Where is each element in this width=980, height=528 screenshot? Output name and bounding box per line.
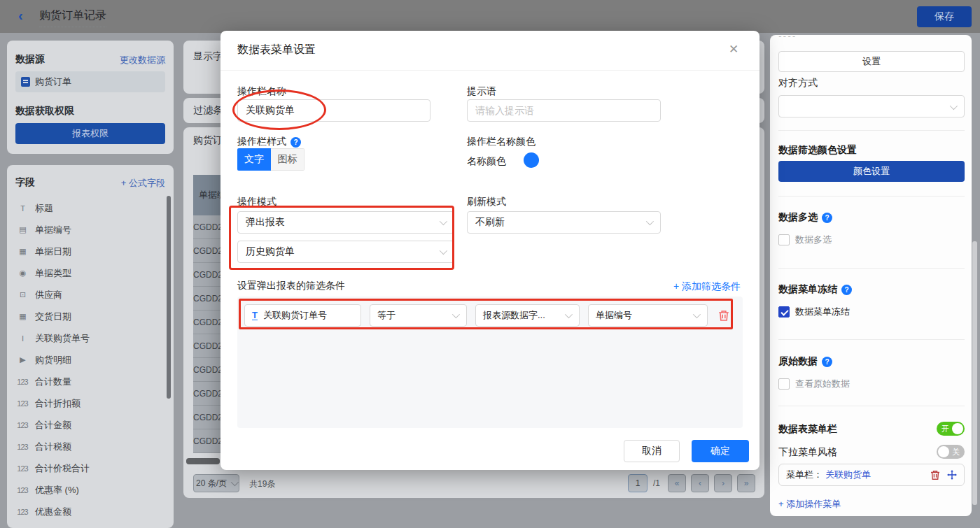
horizontal-scrollbar[interactable] [186, 458, 220, 464]
back-icon[interactable]: ‹ [18, 8, 23, 24]
prev-page-button[interactable]: ‹ [691, 474, 709, 492]
help-icon[interactable]: ? [822, 357, 832, 367]
filter-field-box[interactable]: T 关联购货订单号 [244, 304, 361, 327]
freeze-checkbox[interactable]: 数据菜单冻结 [778, 306, 850, 318]
checkbox-checked-icon [778, 306, 790, 317]
last-page-button[interactable]: » [737, 474, 755, 492]
op-mode-report-select[interactable]: 历史购货单 [237, 241, 454, 263]
close-icon[interactable]: ✕ [729, 42, 738, 57]
add-menu-link[interactable]: + 添加操作菜单 [778, 498, 841, 511]
field-item[interactable]: 123合计价税合计 [15, 457, 162, 479]
dropdown-style-label: 下拉菜单风格 [778, 446, 837, 459]
number-123-icon: 123 [15, 508, 29, 516]
divider [778, 268, 965, 269]
tab-icon-style[interactable]: 图标 [271, 148, 304, 171]
number-123-icon: 123 [15, 421, 29, 429]
align-label: 对齐方式 [778, 77, 818, 90]
delete-filter-icon[interactable] [718, 310, 729, 322]
first-page-button[interactable]: « [668, 474, 686, 492]
datasource-item-label: 购货订单 [35, 76, 71, 88]
page-number-input[interactable]: 1 [628, 474, 648, 492]
data-permission-heading: 数据获取权限 [15, 105, 74, 117]
action-name-input[interactable] [237, 99, 430, 122]
change-datasource-link[interactable]: 更改数据源 [120, 54, 165, 66]
field-item[interactable]: ▦交货日期 [15, 306, 162, 327]
right-scrollbar[interactable] [972, 241, 977, 505]
text-field-icon: T [15, 204, 29, 213]
align-select[interactable] [778, 95, 965, 117]
field-item-expandable[interactable]: ▶购货明细 [15, 349, 162, 371]
field-item[interactable]: 123合计税额 [15, 436, 162, 457]
field-item[interactable]: ▦单据日期 [15, 241, 162, 262]
fields-scrollbar[interactable] [167, 196, 171, 399]
multi-select-checkbox[interactable]: 数据多选 [778, 234, 832, 246]
app-root: ‹ 购货订单记录 保存 数据源 更改数据源 购货订单 数据获取权限 报表权限 字… [0, 0, 980, 528]
radio-icon: ◉ [15, 269, 29, 278]
tab-text-style[interactable]: 文字 [237, 148, 271, 171]
fields-panel: 字段 + 公式字段 T标题 ▤单据编号 ▦单据日期 ◉单据类型 ⊡供应商 ▦交货… [7, 165, 174, 528]
action-name-label: 操作栏名称 [237, 85, 286, 98]
chevron-down-icon [440, 247, 447, 255]
menu-item-prefix: 菜单栏： [786, 469, 822, 481]
field-item[interactable]: ◉单据类型 [15, 262, 162, 284]
refresh-mode-select[interactable]: 不刷新 [467, 211, 661, 234]
tip-label: 提示语 [467, 85, 496, 98]
color-settings-button[interactable]: 颜色设置 [778, 161, 965, 182]
op-mode-select[interactable]: 弹出报表 [237, 211, 454, 234]
clipped-label: ▪▪▪▪ [778, 36, 818, 41]
page-size-select[interactable]: 20 条/页 [193, 474, 239, 492]
add-filter-link[interactable]: + 添加筛选条件 [673, 280, 741, 293]
number-123-icon: 123 [15, 378, 29, 386]
field-item[interactable]: ⊡供应商 [15, 284, 162, 306]
delete-icon[interactable] [930, 470, 940, 480]
filter-source-select[interactable]: 报表源数据字... [475, 304, 580, 327]
dropdown-style-toggle-off[interactable]: 关 [937, 445, 965, 459]
formula-field-link[interactable]: + 公式字段 [121, 177, 165, 190]
action-style-label: 操作栏样式 ? [237, 136, 301, 148]
filter-operator-select[interactable]: 等于 [370, 304, 467, 327]
page-size-value: 20 条/页 [196, 478, 227, 490]
divider [778, 339, 965, 340]
cancel-button[interactable]: 取消 [624, 440, 680, 462]
divider [778, 196, 965, 197]
ok-button[interactable]: 确定 [692, 440, 749, 462]
report-permission-button[interactable]: 报表权限 [15, 123, 165, 144]
help-icon[interactable]: ? [822, 213, 832, 223]
menubar-toggle-on[interactable]: 开 [937, 422, 965, 436]
number-123-icon: 123 [15, 464, 29, 473]
field-item[interactable]: 123合计折扣额 [15, 392, 162, 414]
field-item[interactable]: 123合计金额 [15, 414, 162, 436]
field-item[interactable]: I关联购货单号 [15, 327, 162, 349]
table-menu-settings-modal: 数据表菜单设置 ✕ 操作栏名称 提示语 操作栏样式 ? 文字 图标 操作栏名称颜… [220, 31, 760, 470]
datasource-item[interactable]: 购货订单 [15, 71, 165, 92]
save-button[interactable]: 保存 [917, 6, 972, 27]
number-123-icon: 123 [15, 399, 29, 408]
checkbox-unchecked-icon [778, 378, 790, 390]
chevron-down-icon [950, 102, 958, 110]
tip-input[interactable] [467, 99, 661, 122]
chevron-down-icon [693, 311, 701, 318]
raw-data-heading: 原始数据 ? [778, 355, 832, 368]
datasource-panel: 数据源 更改数据源 购货订单 数据获取权限 报表权限 [7, 41, 174, 154]
field-item[interactable]: T标题 [15, 197, 162, 219]
help-icon[interactable]: ? [841, 285, 852, 295]
divider [778, 130, 965, 131]
color-swatch[interactable] [524, 152, 539, 168]
field-item[interactable]: 123优惠金额 [15, 501, 162, 522]
settings-button[interactable]: 设置 [778, 51, 965, 72]
menu-item-name: 关联购货单 [825, 469, 871, 481]
toggle-knob [938, 446, 949, 457]
field-item[interactable]: 123合计数量 [15, 371, 162, 392]
move-icon[interactable] [947, 470, 957, 480]
divider [220, 70, 760, 71]
field-item[interactable]: ▤单据编号 [15, 219, 162, 241]
raw-data-checkbox[interactable]: 查看原始数据 [778, 378, 850, 390]
menubar-heading: 数据表菜单栏 [778, 423, 837, 436]
next-page-button[interactable]: › [714, 474, 732, 492]
field-item[interactable]: 123优惠率 (%) [15, 479, 162, 501]
name-color-sub-label: 名称颜色 [467, 155, 506, 168]
filter-value-select[interactable]: 单据编号 [588, 304, 708, 327]
help-icon[interactable]: ? [290, 137, 301, 148]
expand-arrow-icon: ▶ [15, 355, 29, 364]
menu-item-row[interactable]: 菜单栏： 关联购货单 [778, 464, 965, 486]
